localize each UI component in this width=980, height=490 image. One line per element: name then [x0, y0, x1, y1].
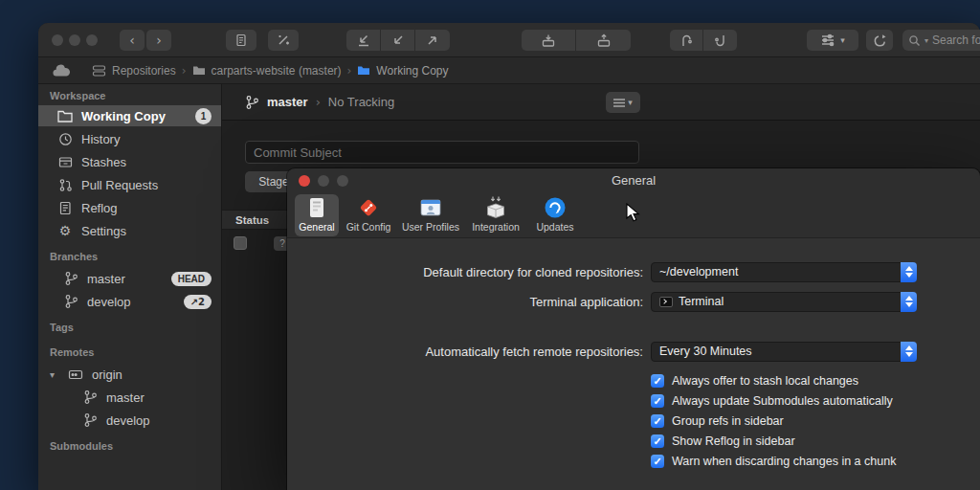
clone-directory-popup[interactable]: ~/development — [651, 262, 917, 282]
popup-stepper-icon — [901, 342, 917, 362]
ahead-count-badge: ↗2 — [184, 295, 212, 309]
gear-icon: ⚙ — [57, 223, 73, 238]
refresh-icon — [873, 33, 887, 48]
merge-button[interactable] — [703, 30, 737, 51]
zoom-window-button[interactable] — [86, 34, 98, 46]
file-checkbox[interactable] — [234, 236, 247, 250]
checkbox-checked-icon[interactable]: ✓ — [651, 394, 664, 408]
sidebar-item-reflog[interactable]: Reflog — [38, 196, 221, 219]
git-config-tab-icon — [356, 195, 381, 220]
tab-general[interactable]: General — [295, 194, 339, 236]
tab-user-profiles[interactable]: User Profiles — [398, 194, 463, 236]
sidebar-item-branch-develop[interactable]: develop ↗2 — [38, 290, 221, 313]
sidebar-item-history[interactable]: History — [38, 127, 221, 150]
sidebar-item-stashes[interactable]: Stashes — [38, 150, 221, 173]
checkbox-stash-local-changes[interactable]: ✓ Always offer to stash local changes — [651, 372, 858, 390]
branch-icon — [64, 294, 78, 309]
disclosure-triangle-icon[interactable]: ▾ — [50, 369, 59, 380]
auto-fetch-popup[interactable]: Every 30 Minutes — [651, 342, 917, 362]
commit-subject-input[interactable] — [245, 141, 639, 164]
field-row-terminal: Terminal application: Terminal — [287, 291, 917, 312]
sidebar-item-settings[interactable]: ⚙ Settings — [38, 219, 221, 242]
checkbox-checked-icon[interactable]: ✓ — [651, 374, 664, 388]
repositories-stack-icon — [92, 64, 106, 78]
branch-button-group — [670, 30, 737, 51]
dialog-close-button[interactable] — [299, 175, 310, 187]
checkbox-checked-icon[interactable]: ✓ — [651, 434, 664, 448]
minimize-window-button[interactable] — [69, 34, 80, 46]
popup-stepper-icon — [901, 262, 917, 282]
tab-updates[interactable]: Updates — [530, 194, 580, 236]
checkbox-checked-icon[interactable]: ✓ — [651, 414, 664, 428]
sidebar-header-workspace: Workspace — [50, 90, 213, 101]
push-button[interactable] — [415, 30, 450, 51]
wand-icon — [277, 33, 290, 47]
fetch-button[interactable] — [381, 30, 415, 51]
sidebar-item-working-copy[interactable]: Working Copy 1 — [38, 105, 221, 126]
unstash-button[interactable] — [576, 30, 631, 51]
sidebar-header-branches: Branches — [50, 251, 213, 262]
forward-button[interactable]: › — [146, 30, 171, 51]
sidebar: Workspace Working Copy 1 History Stashes… — [38, 84, 222, 490]
dialog-titlebar[interactable]: General — [287, 168, 980, 193]
breadcrumb-working-copy[interactable]: Working Copy — [357, 64, 448, 78]
branch-button[interactable] — [670, 30, 703, 51]
discard-button[interactable] — [268, 30, 299, 51]
terminal-icon — [659, 297, 673, 307]
search-scope-caret-icon: ▾ — [924, 36, 928, 45]
field-label: Terminal application: — [287, 295, 643, 309]
terminal-app-popup[interactable]: Terminal — [651, 292, 917, 312]
field-label: Default directory for cloned repositorie… — [287, 265, 643, 279]
dialog-title: General — [287, 168, 980, 193]
sidebar-item-origin-develop[interactable]: develop — [38, 409, 221, 432]
current-branch-bar: master › No Tracking ▾ — [222, 84, 980, 121]
folder-blue-icon — [357, 65, 370, 76]
close-window-button[interactable] — [52, 34, 63, 46]
clock-icon — [58, 132, 73, 146]
dialog-minimize-button[interactable] — [318, 175, 329, 187]
sidebar-item-origin-master[interactable]: master — [38, 386, 221, 409]
tab-integration[interactable]: Integration — [467, 194, 524, 236]
breadcrumb-repositories[interactable]: Repositories — [92, 64, 176, 78]
sync-button-group — [346, 30, 450, 51]
back-button[interactable]: ‹ — [120, 30, 145, 51]
sidebar-header-remotes: Remotes — [50, 346, 213, 358]
search-placeholder: Search fo — [932, 33, 980, 47]
checkbox-update-submodules[interactable]: ✓ Always update Submodules automatically — [651, 392, 893, 410]
folder-icon — [192, 65, 206, 76]
checkbox-group-refs[interactable]: ✓ Group refs in sidebar — [651, 412, 784, 430]
commit-button[interactable] — [226, 30, 256, 51]
pull-arrow-icon — [357, 33, 370, 47]
search-icon — [908, 34, 921, 47]
chevron-down-icon: ▾ — [628, 98, 633, 107]
breadcrumb-repository[interactable]: carparts-website (master) — [192, 64, 342, 78]
sidebar-item-remote-origin[interactable]: ▾ origin — [38, 363, 221, 386]
view-options-button[interactable]: ▾ — [807, 30, 858, 51]
view-menu-button[interactable]: ▾ — [606, 92, 640, 113]
sidebar-header-submodules: Submodules — [50, 440, 213, 452]
dialog-zoom-button[interactable] — [337, 175, 348, 187]
cloud-icon[interactable] — [52, 64, 71, 78]
checkbox-show-reflog[interactable]: ✓ Show Reflog in sidebar — [651, 433, 795, 450]
sidebar-item-branch-master[interactable]: master HEAD — [38, 267, 221, 290]
journal-icon — [58, 201, 72, 215]
user-profiles-tab-icon — [418, 195, 443, 220]
refresh-button[interactable] — [866, 30, 893, 51]
popup-stepper-icon — [901, 292, 917, 312]
tab-git-config[interactable]: Git Config — [343, 194, 394, 236]
head-badge: HEAD — [171, 272, 212, 286]
push-arrow-icon — [426, 33, 439, 47]
stash-button[interactable] — [522, 30, 576, 51]
commit-file-icon — [234, 33, 248, 47]
pull-button[interactable] — [346, 30, 381, 51]
checkbox-warn-discard-chunk[interactable]: ✓ Warn when discarding changes in a chun… — [651, 453, 896, 470]
merge-hook-icon — [713, 33, 727, 48]
remote-server-icon — [68, 368, 83, 381]
sliders-icon — [820, 33, 835, 48]
checkbox-checked-icon[interactable]: ✓ — [651, 455, 664, 468]
search-input[interactable]: ▾ Search fo — [902, 30, 980, 51]
sidebar-item-pull-requests[interactable]: Pull Requests — [38, 173, 221, 196]
titlebar: ‹ › — [38, 23, 980, 57]
sidebar-header-tags: Tags — [50, 322, 213, 333]
stash-box-icon — [58, 155, 73, 168]
